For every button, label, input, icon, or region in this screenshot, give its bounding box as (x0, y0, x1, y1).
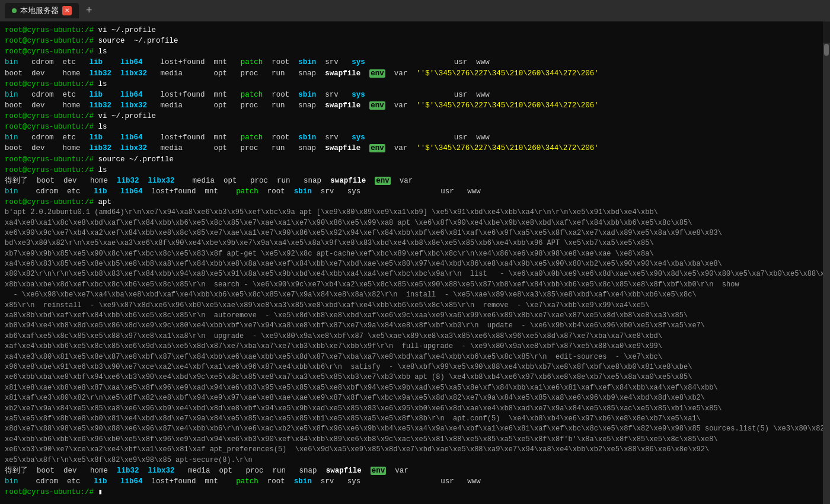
tab-label: 本地服务器 (20, 5, 59, 16)
scrollbar-thumb[interactable] (824, 44, 829, 56)
scrollbar[interactable] (823, 43, 830, 504)
tab-status-dot (12, 8, 17, 13)
title-bar: 本地服务器 ✕ + (0, 0, 830, 21)
tab-close-button[interactable]: ✕ (62, 6, 72, 15)
tab-add-button[interactable]: + (86, 4, 92, 17)
server-tab[interactable]: 本地服务器 ✕ (5, 3, 79, 18)
terminal-output[interactable]: root@cyrus-ubuntu:/# vi ~/.profile root@… (0, 21, 823, 504)
